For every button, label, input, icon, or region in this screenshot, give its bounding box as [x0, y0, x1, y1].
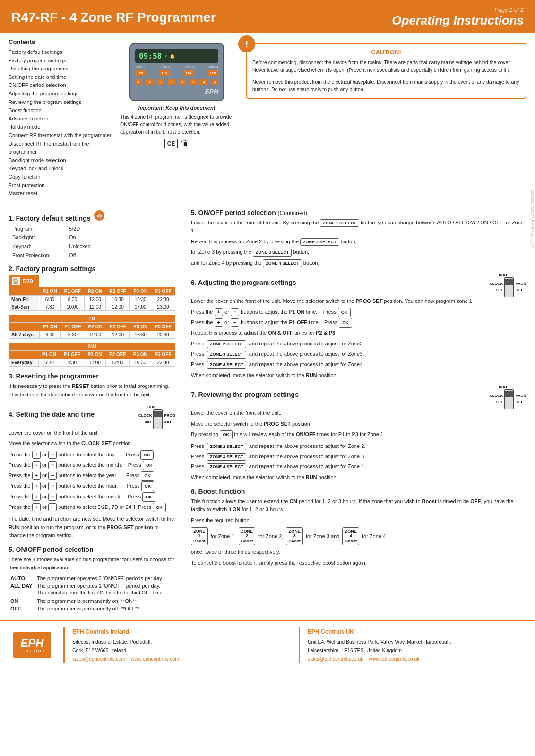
- zone3-select-button[interactable]: ZONE 3 SELECT: [207, 351, 246, 359]
- section-7-header-row: 7. Reviewing the program settings RUN CL…: [191, 385, 526, 409]
- top-section: Contents Factory default settings Factor…: [0, 33, 535, 198]
- section-4-intro: Lower the cover on the front of the unit…: [9, 429, 175, 438]
- caution-box: ! CAUTION! Before commencing, disconnect…: [246, 43, 526, 99]
- important-note: Important: Keep this document: [138, 105, 216, 111]
- list-item: Copy function: [9, 173, 112, 181]
- ok-button[interactable]: OK: [141, 471, 154, 481]
- zone2-select-button[interactable]: ZONE 2 SELECT: [207, 340, 246, 348]
- footer-ireland: EPH Controls Ireland Sitecast Industrial…: [72, 627, 291, 663]
- section-3: 3. Resetting the programmer It is necess…: [9, 372, 175, 399]
- section-7-zone2: Press ZONE 2 SELECT and repeat the above…: [191, 442, 526, 451]
- table-row: OFF The programmer is permanently off. *…: [9, 605, 175, 612]
- minus-button[interactable]: −: [48, 451, 57, 459]
- zone2-select-button[interactable]: ZONE 2 SELECT: [300, 238, 339, 246]
- footer-uk-contact: sales@ephcontrols.co.uk www.ephcontrols.…: [308, 655, 526, 663]
- ok-button[interactable]: OK: [140, 450, 154, 460]
- table-row: ON The programmer is permanently on. **O…: [9, 597, 175, 605]
- footer-uk-website[interactable]: www.ephcontrols.co.uk: [369, 656, 419, 662]
- section-7-title: 7. Reviewing the program settings: [191, 391, 299, 398]
- caution-para2: Never remove this product from the elect…: [252, 78, 520, 94]
- defaults-table: Program: 5/2D Backlight: On Keypad: Unlo…: [12, 224, 175, 260]
- plus-button[interactable]: +: [32, 472, 41, 480]
- section-5-title: 5. ON/OFF period selection: [9, 546, 175, 553]
- section-7-para1: Lower the cover on the front of the unit…: [191, 409, 526, 418]
- footer-divider-right: [299, 627, 300, 663]
- section-5-left: 5. ON/OFF period selection There are 4 m…: [9, 546, 175, 612]
- minus-button[interactable]: −: [231, 308, 239, 316]
- device-image-area: 09:58 ☀ 🔔 Zone 1 Zone 2 Zone 3 Zone 4 ON…: [120, 43, 233, 148]
- ok-button[interactable]: OK: [339, 318, 352, 327]
- list-item: Connect RF thermostat with the programme…: [9, 131, 112, 140]
- switch-body-7: [504, 389, 514, 409]
- plus-button[interactable]: +: [32, 451, 41, 459]
- zone1-select-button[interactable]: ZONE 1 SELECT: [320, 219, 359, 227]
- minus-button[interactable]: −: [48, 461, 57, 469]
- plus-button[interactable]: +: [32, 482, 41, 490]
- ok-button[interactable]: OK: [142, 492, 155, 502]
- switch-body: [153, 409, 163, 429]
- ok-button[interactable]: OK: [338, 308, 351, 317]
- list-item: Setting the date and time: [9, 73, 112, 82]
- on-indicators-row: ON ON ON ON: [135, 70, 218, 76]
- plus-button[interactable]: +: [215, 308, 223, 316]
- switch-knob-6: [505, 279, 513, 285]
- list-item: Reviewing the program settings: [9, 98, 112, 107]
- section-8-para1: This function allows the user to extend …: [191, 498, 526, 514]
- eph-logo: EPH CONTROLS: [13, 632, 51, 658]
- section-1-header: 1. Factory default settings 🏠: [9, 209, 175, 224]
- list-item: Frost protection: [9, 181, 112, 190]
- minus-button[interactable]: −: [48, 503, 57, 511]
- section-8: 8. Boost function This function allows t…: [191, 488, 526, 567]
- ok-button[interactable]: OK: [220, 430, 233, 439]
- section-7-zone3: Press ZONE 3 SELECT and repeat the above…: [191, 452, 526, 462]
- ok-button[interactable]: OK: [143, 461, 156, 470]
- contents-section: Contents Factory default settings Factor…: [9, 38, 112, 198]
- section-4-step-4: Press the + or − buttons to select the h…: [9, 481, 175, 491]
- table-7d: 7D P1 ON P1 OFF P2 ON P2 OFF P3 ON P3 OF…: [9, 315, 175, 339]
- zone4-select-button[interactable]: ZONE 4 SELECT: [263, 259, 302, 267]
- zone4-select-button[interactable]: ZONE 4 SELECT: [207, 361, 246, 369]
- zone3-boost-button[interactable]: ZONE3Boost: [286, 527, 303, 545]
- table-row: This operates from the first ON time to …: [9, 590, 175, 597]
- contents-list: Factory default settings Factory program…: [9, 48, 112, 198]
- page-title: R47-RF - 4 Zone RF Programmer: [11, 10, 216, 25]
- section-6-para2: Repeat this process to adjust the ON & O…: [191, 329, 526, 337]
- defaults-row-backlight: Backlight: On: [12, 233, 175, 242]
- footer-ireland-city: Cork, T12 W665, Ireland: [72, 646, 291, 655]
- ok-button[interactable]: OK: [141, 481, 155, 491]
- body-columns: 1. Factory default settings 🏠 Program: 5…: [0, 203, 535, 612]
- minus-button[interactable]: −: [231, 318, 239, 326]
- list-item: Holiday mode: [9, 123, 112, 131]
- minus-button[interactable]: −: [48, 493, 57, 501]
- switch-body-6: [504, 277, 514, 297]
- footer-ireland-email[interactable]: sales@ephcontrols.com: [72, 656, 125, 662]
- zone1-boost-button[interactable]: ZONE1Boost: [191, 527, 208, 545]
- zone3-select-button[interactable]: ZONE 3 SELECT: [253, 249, 292, 257]
- zone3-select-button[interactable]: ZONE 3 SELECT: [207, 453, 246, 461]
- plus-button[interactable]: +: [32, 503, 41, 511]
- section-8-para2: Press the required button:: [191, 516, 526, 525]
- ok-button[interactable]: OK: [153, 503, 166, 512]
- zone2-boost-button[interactable]: ZONE2Boost: [239, 527, 256, 545]
- table-row: Mon-Fri 6:30 8:30 12:00 16:30 16:30 22:3…: [9, 296, 175, 303]
- plus-button[interactable]: +: [32, 493, 41, 501]
- section-4-outro: The date, time and function are now set.…: [9, 515, 175, 540]
- list-item: Boost function: [9, 106, 112, 115]
- plus-button[interactable]: +: [215, 318, 223, 326]
- minus-button[interactable]: −: [48, 472, 57, 480]
- plus-button[interactable]: +: [32, 461, 41, 469]
- caution-icon: !: [238, 35, 255, 52]
- list-item: Master reset: [9, 189, 112, 198]
- defaults-row-program: Program: 5/2D: [12, 224, 175, 233]
- list-item: Factory program settings: [9, 57, 112, 65]
- defaults-row-frost: Frost Protection: Off: [12, 251, 175, 260]
- minus-button[interactable]: −: [48, 482, 57, 490]
- zone4-select-button[interactable]: ZONE 4 SELECT: [207, 463, 246, 471]
- header-right: Page 1 of 2 Operating Instructions: [392, 7, 524, 28]
- section-5-right: 5. ON/OFF period selection (Continued) L…: [191, 209, 526, 267]
- zone2-select-button[interactable]: ZONE 2 SELECT: [207, 443, 246, 451]
- section-5-intro: There are 4 modes available on this prog…: [9, 556, 175, 572]
- footer-ireland-website[interactable]: www.ephcontrols.com: [131, 656, 179, 662]
- zone4-boost-button[interactable]: ZONE4Boost: [342, 527, 359, 545]
- footer-uk-email[interactable]: sales@ephcontrols.co.uk: [308, 656, 363, 662]
